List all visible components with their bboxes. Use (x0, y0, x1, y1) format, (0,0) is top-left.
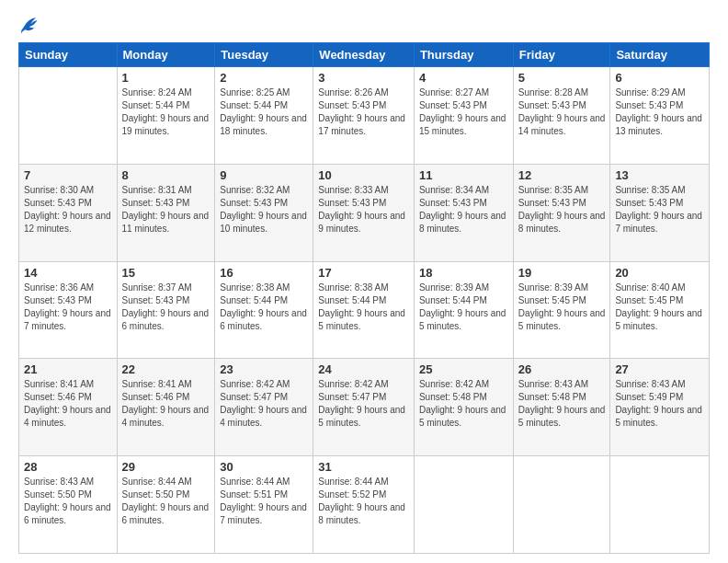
calendar-cell: 3Sunrise: 8:26 AMSunset: 5:43 PMDaylight… (313, 67, 415, 165)
day-number: 8 (122, 168, 210, 182)
day-number: 10 (318, 168, 409, 182)
calendar-cell: 23Sunrise: 8:42 AMSunset: 5:47 PMDayligh… (215, 359, 313, 456)
day-number: 2 (220, 71, 308, 85)
calendar-cell (19, 67, 118, 165)
calendar-header-row: SundayMondayTuesdayWednesdayThursdayFrid… (19, 43, 710, 67)
day-number: 16 (220, 266, 308, 280)
calendar-week-row: 7Sunrise: 8:30 AMSunset: 5:43 PMDaylight… (19, 164, 710, 261)
calendar-cell: 18Sunrise: 8:39 AMSunset: 5:44 PMDayligh… (414, 261, 513, 359)
day-number: 15 (122, 266, 210, 280)
calendar-day-header: Sunday (19, 43, 118, 67)
day-number: 14 (24, 266, 112, 280)
calendar-cell: 27Sunrise: 8:43 AMSunset: 5:49 PMDayligh… (610, 359, 710, 456)
calendar-cell: 1Sunrise: 8:24 AMSunset: 5:44 PMDaylight… (117, 67, 215, 165)
calendar-cell: 30Sunrise: 8:44 AMSunset: 5:51 PMDayligh… (215, 456, 313, 554)
day-info: Sunrise: 8:38 AMSunset: 5:44 PMDaylight:… (220, 282, 308, 333)
calendar-cell: 25Sunrise: 8:42 AMSunset: 5:48 PMDayligh… (414, 359, 513, 456)
day-info: Sunrise: 8:39 AMSunset: 5:44 PMDaylight:… (419, 282, 508, 333)
day-info: Sunrise: 8:39 AMSunset: 5:45 PMDaylight:… (518, 282, 606, 333)
calendar-cell: 5Sunrise: 8:28 AMSunset: 5:43 PMDaylight… (513, 67, 610, 165)
calendar-day-header: Monday (117, 43, 215, 67)
day-info: Sunrise: 8:42 AMSunset: 5:47 PMDaylight:… (220, 378, 308, 430)
calendar-cell: 28Sunrise: 8:43 AMSunset: 5:50 PMDayligh… (19, 456, 118, 554)
day-number: 22 (122, 362, 210, 376)
calendar-day-header: Wednesday (313, 43, 415, 67)
calendar-cell: 26Sunrise: 8:43 AMSunset: 5:48 PMDayligh… (513, 359, 610, 456)
day-info: Sunrise: 8:26 AMSunset: 5:43 PMDaylight:… (318, 86, 409, 138)
day-info: Sunrise: 8:43 AMSunset: 5:48 PMDaylight:… (518, 378, 606, 430)
calendar-week-row: 21Sunrise: 8:41 AMSunset: 5:46 PMDayligh… (19, 359, 710, 456)
day-info: Sunrise: 8:29 AMSunset: 5:43 PMDaylight:… (615, 86, 704, 138)
calendar-cell (414, 456, 513, 554)
day-info: Sunrise: 8:44 AMSunset: 5:52 PMDaylight:… (318, 476, 409, 527)
calendar-cell: 2Sunrise: 8:25 AMSunset: 5:44 PMDaylight… (215, 67, 313, 165)
header (18, 15, 710, 35)
day-info: Sunrise: 8:38 AMSunset: 5:44 PMDaylight:… (318, 282, 409, 333)
day-number: 6 (615, 71, 704, 85)
day-info: Sunrise: 8:33 AMSunset: 5:43 PMDaylight:… (318, 184, 409, 236)
calendar-cell (513, 456, 610, 554)
day-number: 17 (318, 266, 409, 280)
calendar-cell: 6Sunrise: 8:29 AMSunset: 5:43 PMDaylight… (610, 67, 710, 165)
day-number: 29 (122, 460, 210, 474)
day-number: 18 (419, 266, 508, 280)
calendar-week-row: 1Sunrise: 8:24 AMSunset: 5:44 PMDaylight… (19, 67, 710, 165)
day-number: 30 (220, 460, 308, 474)
day-number: 4 (419, 71, 508, 85)
calendar-week-row: 28Sunrise: 8:43 AMSunset: 5:50 PMDayligh… (19, 456, 710, 554)
calendar-cell: 12Sunrise: 8:35 AMSunset: 5:43 PMDayligh… (513, 164, 610, 261)
day-info: Sunrise: 8:25 AMSunset: 5:44 PMDaylight:… (220, 86, 308, 138)
calendar-cell: 17Sunrise: 8:38 AMSunset: 5:44 PMDayligh… (313, 261, 415, 359)
calendar-cell: 10Sunrise: 8:33 AMSunset: 5:43 PMDayligh… (313, 164, 415, 261)
day-info: Sunrise: 8:42 AMSunset: 5:47 PMDaylight:… (318, 378, 409, 430)
day-info: Sunrise: 8:36 AMSunset: 5:43 PMDaylight:… (24, 282, 112, 333)
day-number: 26 (518, 362, 606, 376)
day-info: Sunrise: 8:35 AMSunset: 5:43 PMDaylight:… (615, 184, 704, 236)
calendar-day-header: Friday (513, 43, 610, 67)
calendar-cell: 13Sunrise: 8:35 AMSunset: 5:43 PMDayligh… (610, 164, 710, 261)
day-number: 19 (518, 266, 606, 280)
calendar-cell: 20Sunrise: 8:40 AMSunset: 5:45 PMDayligh… (610, 261, 710, 359)
day-number: 20 (615, 266, 704, 280)
calendar-cell: 9Sunrise: 8:32 AMSunset: 5:43 PMDaylight… (215, 164, 313, 261)
calendar-cell: 16Sunrise: 8:38 AMSunset: 5:44 PMDayligh… (215, 261, 313, 359)
calendar-cell: 8Sunrise: 8:31 AMSunset: 5:43 PMDaylight… (117, 164, 215, 261)
day-number: 5 (518, 71, 606, 85)
calendar-cell: 4Sunrise: 8:27 AMSunset: 5:43 PMDaylight… (414, 67, 513, 165)
calendar-cell: 22Sunrise: 8:41 AMSunset: 5:46 PMDayligh… (117, 359, 215, 456)
day-info: Sunrise: 8:37 AMSunset: 5:43 PMDaylight:… (122, 282, 210, 333)
day-info: Sunrise: 8:44 AMSunset: 5:50 PMDaylight:… (122, 476, 210, 527)
logo-bird-icon (18, 15, 39, 35)
calendar-cell: 7Sunrise: 8:30 AMSunset: 5:43 PMDaylight… (19, 164, 118, 261)
day-number: 27 (615, 362, 704, 376)
calendar-day-header: Saturday (610, 43, 710, 67)
calendar-cell: 19Sunrise: 8:39 AMSunset: 5:45 PMDayligh… (513, 261, 610, 359)
day-info: Sunrise: 8:34 AMSunset: 5:43 PMDaylight:… (419, 184, 508, 236)
day-number: 31 (318, 460, 409, 474)
day-info: Sunrise: 8:41 AMSunset: 5:46 PMDaylight:… (24, 378, 112, 430)
calendar-day-header: Thursday (414, 43, 513, 67)
calendar-table: SundayMondayTuesdayWednesdayThursdayFrid… (18, 42, 710, 554)
calendar-cell: 21Sunrise: 8:41 AMSunset: 5:46 PMDayligh… (19, 359, 118, 456)
day-info: Sunrise: 8:44 AMSunset: 5:51 PMDaylight:… (220, 476, 308, 527)
day-number: 25 (419, 362, 508, 376)
day-info: Sunrise: 8:31 AMSunset: 5:43 PMDaylight:… (122, 184, 210, 236)
day-number: 23 (220, 362, 308, 376)
day-info: Sunrise: 8:41 AMSunset: 5:46 PMDaylight:… (122, 378, 210, 430)
day-info: Sunrise: 8:27 AMSunset: 5:43 PMDaylight:… (419, 86, 508, 138)
calendar-cell: 24Sunrise: 8:42 AMSunset: 5:47 PMDayligh… (313, 359, 415, 456)
day-info: Sunrise: 8:24 AMSunset: 5:44 PMDaylight:… (122, 86, 210, 138)
day-info: Sunrise: 8:28 AMSunset: 5:43 PMDaylight:… (518, 86, 606, 138)
logo (18, 15, 42, 35)
day-number: 3 (318, 71, 409, 85)
day-info: Sunrise: 8:42 AMSunset: 5:48 PMDaylight:… (419, 378, 508, 430)
calendar-cell: 29Sunrise: 8:44 AMSunset: 5:50 PMDayligh… (117, 456, 215, 554)
calendar-cell: 11Sunrise: 8:34 AMSunset: 5:43 PMDayligh… (414, 164, 513, 261)
day-number: 12 (518, 168, 606, 182)
calendar-day-header: Tuesday (215, 43, 313, 67)
day-number: 21 (24, 362, 112, 376)
calendar-cell: 15Sunrise: 8:37 AMSunset: 5:43 PMDayligh… (117, 261, 215, 359)
day-number: 28 (24, 460, 112, 474)
day-info: Sunrise: 8:30 AMSunset: 5:43 PMDaylight:… (24, 184, 112, 236)
day-info: Sunrise: 8:43 AMSunset: 5:49 PMDaylight:… (615, 378, 704, 430)
